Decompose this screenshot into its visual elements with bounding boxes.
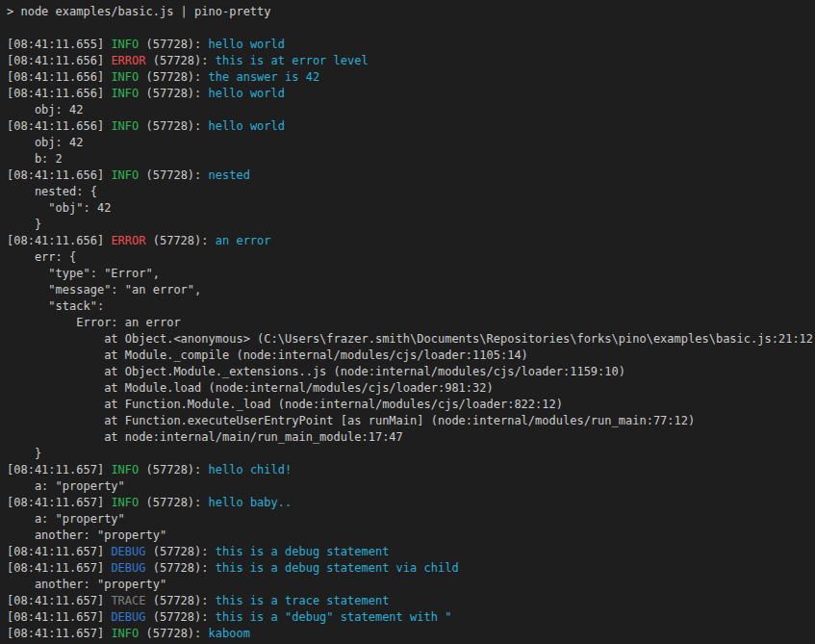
- log-level-info: INFO: [111, 119, 139, 133]
- log-level-trace: TRACE: [111, 594, 145, 607]
- terminal-line: at Object.Module._extensions..js (node:i…: [7, 364, 815, 380]
- terminal-line: [08:41:11.657] DEBUG (57728): this is a …: [7, 544, 815, 560]
- log-message: nested: [209, 168, 250, 182]
- log-property: "message": "an error",: [7, 283, 201, 296]
- log-property: a: "property": [7, 479, 125, 493]
- log-property: "obj": 42: [7, 201, 111, 215]
- terminal-line: at Module.load (node:internal/modules/cj…: [7, 380, 815, 397]
- log-message: hello world: [209, 87, 285, 100]
- log-property: }: [7, 218, 41, 231]
- terminal-line: [08:41:11.657] DEBUG (57728): this is a …: [7, 609, 815, 626]
- stack-line: at Object.<anonymous> (C:\Users\frazer.s…: [7, 332, 815, 346]
- terminal-line: another: "property": [7, 577, 815, 593]
- pid: (57728):: [146, 545, 216, 558]
- log-level-info: INFO: [111, 38, 139, 51]
- log-level-info: INFO: [111, 627, 139, 640]
- terminal-line: [08:41:11.656] INFO (57728): nested: [7, 167, 815, 184]
- log-message: hello world: [209, 119, 285, 133]
- pid: (57728):: [139, 496, 208, 509]
- command: > node examples/basic.js | pino-pretty: [7, 5, 271, 18]
- timestamp: [08:41:11.656]: [7, 87, 111, 100]
- pid: (57728):: [146, 54, 216, 67]
- log-level-info: INFO: [111, 168, 139, 182]
- terminal-line: [08:41:11.656] INFO (57728): hello world: [7, 118, 815, 135]
- timestamp: [08:41:11.657]: [7, 627, 111, 640]
- log-message: hello child!: [209, 463, 293, 477]
- pid: (57728):: [139, 38, 208, 51]
- log-message: this is a trace statement: [216, 594, 390, 607]
- timestamp: [08:41:11.656]: [7, 54, 111, 67]
- terminal-line: a: "property": [7, 511, 815, 528]
- log-message: this is a debug statement via child: [216, 561, 459, 575]
- terminal-line: "obj": 42: [7, 200, 815, 217]
- log-property: }: [7, 447, 41, 460]
- terminal-line: another: "property": [7, 528, 815, 544]
- terminal-line: "stack":: [7, 298, 815, 315]
- terminal-line: [7, 20, 815, 37]
- terminal-line: [08:41:11.657] INFO (57728): kaboom: [7, 626, 815, 642]
- stack-line: at node:internal/main/run_main_module:17…: [7, 430, 403, 444]
- log-property: "type": "Error",: [7, 267, 160, 280]
- pid: (57728):: [146, 234, 216, 247]
- stack-line: Error: an error: [7, 316, 181, 329]
- log-message: hello baby..: [209, 496, 293, 509]
- timestamp: [08:41:11.657]: [7, 561, 111, 575]
- terminal-line: at Module._compile (node:internal/module…: [7, 348, 815, 364]
- log-level-info: INFO: [111, 496, 139, 509]
- log-level-info: INFO: [111, 87, 139, 100]
- terminal-line: [08:41:11.657] INFO (57728): hello child…: [7, 462, 815, 478]
- stack-line: at Function.Module._load (node:internal/…: [7, 398, 563, 411]
- terminal-line: "type": "Error",: [7, 266, 815, 282]
- timestamp: [08:41:11.657]: [7, 610, 111, 624]
- log-property: b: 2: [7, 152, 63, 166]
- terminal-line: obj: 42: [7, 102, 815, 118]
- log-property: obj: 42: [7, 136, 83, 149]
- terminal-output[interactable]: > node examples/basic.js | pino-pretty[0…: [0, 0, 815, 644]
- terminal-line: obj: 42: [7, 135, 815, 151]
- log-message: this is a "debug" statement with ": [216, 610, 452, 624]
- log-level-debug: DEBUG: [111, 610, 145, 624]
- terminal-line: }: [7, 446, 815, 462]
- terminal-line: "message": "an error",: [7, 282, 815, 298]
- stack-line: at Module.load (node:internal/modules/cj…: [7, 381, 494, 395]
- log-property: another: "property": [7, 528, 166, 542]
- log-level-error: ERROR: [111, 54, 145, 67]
- terminal-line: at Object.<anonymous> (C:\Users\frazer.s…: [7, 331, 815, 348]
- log-level-debug: DEBUG: [111, 545, 145, 558]
- terminal-line: [08:41:11.656] ERROR (57728): this is at…: [7, 53, 815, 69]
- pid: (57728):: [139, 70, 208, 84]
- log-message: an error: [216, 234, 271, 247]
- timestamp: [08:41:11.656]: [7, 119, 111, 133]
- log-property: "stack":: [7, 299, 104, 313]
- terminal-line: [08:41:11.657] TRACE (57728): this is a …: [7, 593, 815, 609]
- terminal-line: at node:internal/main/run_main_module:17…: [7, 429, 815, 446]
- terminal-line: at Function.Module._load (node:internal/…: [7, 397, 815, 413]
- terminal-line: Error: an error: [7, 315, 815, 331]
- timestamp: [08:41:11.655]: [7, 38, 111, 51]
- stack-line: at Function.executeUserEntryPoint [as ru…: [7, 414, 695, 427]
- terminal-line: }: [7, 217, 815, 233]
- log-message: this is at error level: [216, 54, 369, 67]
- timestamp: [08:41:11.657]: [7, 594, 111, 607]
- stack-line: at Object.Module._extensions..js (node:i…: [7, 365, 625, 378]
- terminal-line: err: {: [7, 249, 815, 266]
- terminal-line: [08:41:11.656] ERROR (57728): an error: [7, 233, 815, 249]
- pid: (57728):: [146, 594, 216, 607]
- log-message: this is a debug statement: [216, 545, 390, 558]
- terminal-line: [08:41:11.656] INFO (57728): the answer …: [7, 69, 815, 86]
- terminal-line: [08:41:11.655] INFO (57728): hello world: [7, 37, 815, 53]
- terminal-line: [08:41:11.656] INFO (57728): hello world: [7, 86, 815, 102]
- timestamp: [08:41:11.656]: [7, 70, 111, 84]
- timestamp: [08:41:11.656]: [7, 168, 111, 182]
- pid: (57728):: [139, 119, 208, 133]
- log-level-info: INFO: [111, 463, 139, 477]
- log-message: hello world: [209, 38, 285, 51]
- log-property: obj: 42: [7, 103, 83, 116]
- terminal-line: at Function.executeUserEntryPoint [as ru…: [7, 413, 815, 429]
- pid: (57728):: [146, 561, 216, 575]
- log-level-info: INFO: [111, 70, 139, 84]
- terminal-line: a: "property": [7, 478, 815, 495]
- pid: (57728):: [139, 87, 208, 100]
- pid: (57728):: [146, 610, 216, 624]
- timestamp: [08:41:11.657]: [7, 496, 111, 509]
